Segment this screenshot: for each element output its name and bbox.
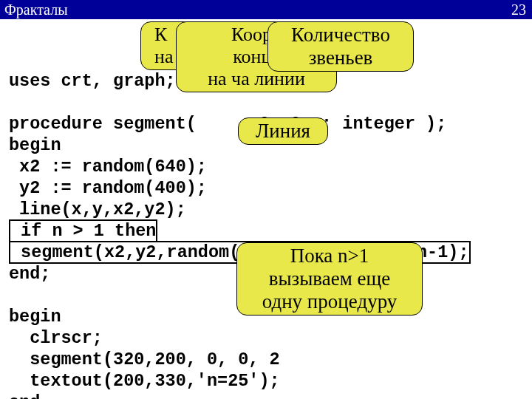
callout-count: Количество звеньев [267, 21, 414, 72]
code-line: segment(320,200, 0, 0, 2 [9, 349, 280, 369]
callout-text: Количество [274, 24, 407, 47]
callout-recursion: Пока n>1 вызываем еще одну процедуру [236, 242, 423, 316]
slide-title: Фракталы [4, 1, 68, 18]
code-line: end. [9, 392, 50, 399]
code-line: line(x,y,x2,y2); [9, 200, 186, 219]
code-line: end; [9, 264, 50, 284]
code-line: x2 := random(640); [9, 157, 207, 177]
callout-text: вызываем еще [243, 267, 416, 290]
callout-text: одну процедуру [243, 290, 416, 313]
callout-text: звеньев [274, 47, 407, 69]
code-block: uses crt, graph; procedure segment( ,x2,… [9, 49, 471, 399]
code-line-boxed: if n > 1 then [9, 219, 157, 242]
title-bar: Фракталы 23 [0, 0, 532, 19]
code-line: begin [9, 135, 61, 155]
code-line: textout(200,330,'n=25'); [9, 371, 280, 391]
slide-number: 23 [511, 1, 526, 18]
code-line: begin [9, 307, 61, 327]
code-line: uses crt, graph; [9, 71, 176, 91]
slide: Фракталы 23 uses crt, graph; procedure s… [0, 0, 532, 399]
callout-text: Пока n>1 [243, 245, 416, 267]
callout-text: Линия [256, 120, 310, 142]
code-line: procedure segment( ,x2,y2,n: integer ); [9, 114, 446, 134]
code-line: y2 := random(400); [9, 178, 207, 198]
callout-line: Линия [238, 117, 328, 145]
code-line: clrscr; [9, 328, 103, 348]
